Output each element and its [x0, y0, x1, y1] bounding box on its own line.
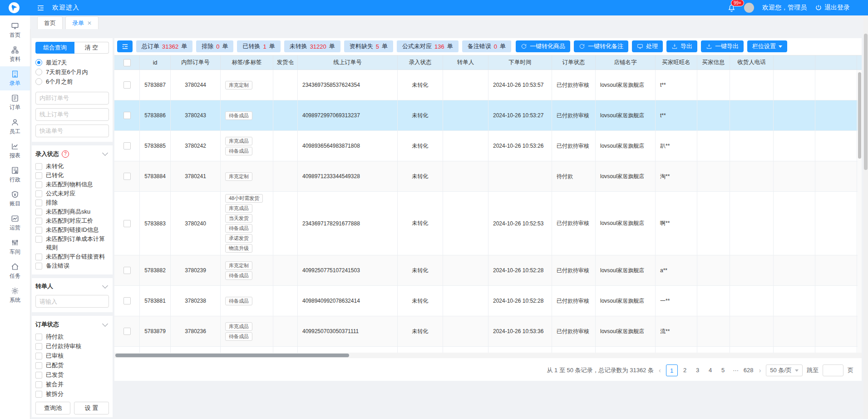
- checkbox-icon[interactable]: [35, 181, 42, 188]
- row-checkbox[interactable]: [123, 142, 131, 150]
- filter-toggle-button[interactable]: [117, 40, 133, 52]
- sidebar-item-报表[interactable]: 报表: [0, 139, 30, 163]
- checkbox-icon[interactable]: [35, 172, 42, 179]
- filter-input-内部订单号[interactable]: [35, 92, 109, 105]
- sidebar-item-车间[interactable]: 车间: [0, 235, 30, 259]
- logout-button[interactable]: 退出登录: [815, 4, 850, 12]
- page-number-628[interactable]: 628: [743, 364, 754, 375]
- entry-status-未匹配到订单成本计算规则[interactable]: 未匹配到订单成本计算规则: [35, 234, 109, 252]
- tab-首页[interactable]: 首页: [37, 16, 63, 29]
- row-checkbox[interactable]: [123, 173, 131, 180]
- chevron-down-icon[interactable]: [102, 283, 108, 289]
- scrollbar-thumb[interactable]: [864, 34, 868, 170]
- entry-status-未转化[interactable]: 未转化: [35, 162, 109, 170]
- table-row[interactable]: 57838843780241库克定制4098971233344549328未转化…: [114, 161, 862, 192]
- order-status-被合并[interactable]: 被合并: [35, 380, 109, 389]
- checkbox-icon[interactable]: [35, 372, 42, 379]
- order-status-已审核[interactable]: 已审核: [35, 351, 109, 360]
- checkbox-icon[interactable]: [35, 218, 42, 224]
- next-page-icon[interactable]: ›: [758, 367, 762, 374]
- action-button-一键转化备注[interactable]: 一键转化备注: [574, 40, 628, 52]
- entry-status-未匹配到链接ID信息[interactable]: 未匹配到链接ID信息: [35, 225, 109, 234]
- checkbox-icon[interactable]: [35, 353, 42, 359]
- filter-input-快递单号[interactable]: [35, 125, 109, 137]
- entry-status-未匹配到物料信息[interactable]: 未匹配到物料信息: [35, 180, 109, 189]
- table-vertical-scrollbar[interactable]: [858, 70, 862, 353]
- sidebar-item-运营[interactable]: 运营: [0, 211, 30, 235]
- filter-footer-button-设置[interactable]: 设 置: [74, 402, 109, 414]
- menu-collapse-icon[interactable]: [36, 4, 45, 12]
- page-number-1[interactable]: 1: [666, 364, 678, 376]
- close-icon[interactable]: ✕: [87, 20, 92, 26]
- checkbox-icon[interactable]: [35, 227, 42, 234]
- radio-icon[interactable]: [35, 69, 42, 75]
- chevron-down-icon[interactable]: [102, 150, 108, 156]
- date-option-6个月之前[interactable]: 6个月之前: [35, 77, 109, 86]
- entry-status-排除[interactable]: 排除: [35, 198, 109, 207]
- table-row[interactable]: 57838793780236库克成品待备成品409925070305037111…: [114, 316, 862, 347]
- action-button-栏位设置[interactable]: 栏位设置: [747, 40, 787, 52]
- scrollbar-thumb[interactable]: [115, 354, 349, 357]
- row-checkbox[interactable]: [123, 267, 131, 274]
- sidebar-item-录单[interactable]: 录单: [0, 66, 30, 90]
- row-checkbox[interactable]: [123, 220, 131, 227]
- action-button-一键导出[interactable]: 一键导出: [701, 40, 744, 52]
- sidebar-item-首页[interactable]: 首页: [0, 18, 30, 42]
- page-number-3[interactable]: 3: [692, 364, 703, 375]
- radio-icon[interactable]: [35, 59, 42, 66]
- action-button-导出[interactable]: 导出: [666, 40, 697, 52]
- entry-status-未匹配到平台链接资料[interactable]: 未匹配到平台链接资料: [35, 252, 109, 261]
- order-status-已配货[interactable]: 已配货: [35, 361, 109, 369]
- combo-query-button[interactable]: 组合查询: [35, 42, 74, 54]
- table-row[interactable]: 5783883378024048小时需发货库克成品当天发货待备成品承诺发货物流升…: [114, 192, 862, 255]
- date-option-7天前至6个月内[interactable]: 7天前至6个月内: [35, 68, 109, 77]
- checkbox-icon[interactable]: [35, 381, 42, 388]
- page-number-2[interactable]: 2: [680, 364, 690, 375]
- sidebar-item-账目[interactable]: 账目: [0, 187, 30, 211]
- filter-footer-button-查询池[interactable]: 查询池: [35, 402, 70, 414]
- select-all-checkbox[interactable]: [123, 59, 131, 66]
- checkbox-icon[interactable]: [35, 343, 42, 350]
- sidebar-item-任务[interactable]: 任务: [0, 259, 30, 283]
- user-avatar[interactable]: [744, 3, 754, 13]
- notification-bell-icon[interactable]: 99+: [727, 4, 736, 12]
- checkbox-icon[interactable]: [35, 163, 42, 170]
- sidebar-item-系统[interactable]: 系统: [0, 283, 30, 307]
- checkbox-icon[interactable]: [35, 236, 42, 243]
- row-checkbox[interactable]: [123, 328, 131, 335]
- order-status-被拆分[interactable]: 被拆分: [35, 389, 109, 398]
- table-row[interactable]: 57838863780243待备成品4098972997069313237未转化…: [114, 100, 862, 131]
- entry-status-已转化[interactable]: 已转化: [35, 171, 109, 180]
- tab-录单[interactable]: 录单✕: [65, 16, 99, 29]
- entry-status-未匹配到对应工价[interactable]: 未匹配到对应工价: [35, 216, 109, 225]
- scrollbar-thumb[interactable]: [858, 72, 861, 159]
- window-scrollbar[interactable]: [863, 15, 868, 419]
- checkbox-icon[interactable]: [35, 263, 42, 269]
- table-row[interactable]: 57838873780244库克定制2343697358537624354未转化…: [114, 70, 862, 100]
- sidebar-item-订单[interactable]: 订单: [0, 90, 30, 115]
- order-status-待付款[interactable]: 待付款: [35, 332, 109, 341]
- checkbox-icon[interactable]: [35, 334, 42, 340]
- entry-status-未匹配到商品sku[interactable]: 未匹配到商品sku: [35, 207, 109, 216]
- checkbox-icon[interactable]: [35, 391, 42, 398]
- page-number-4[interactable]: 4: [705, 364, 716, 375]
- jump-page-input[interactable]: [823, 364, 843, 376]
- radio-icon[interactable]: [35, 78, 42, 85]
- table-row[interactable]: 57838783780235库克定制4099250701355731148未转化…: [114, 347, 862, 353]
- table-row[interactable]: 57838853780242库克成品待备成品409893656498387180…: [114, 131, 862, 161]
- checkbox-icon[interactable]: [35, 362, 42, 369]
- filter-input-线上订单号[interactable]: [35, 108, 109, 121]
- checkbox-icon[interactable]: [35, 209, 42, 215]
- date-option-最近7天[interactable]: 最近7天: [35, 58, 109, 67]
- row-checkbox[interactable]: [123, 297, 131, 304]
- clear-button[interactable]: 清 空: [74, 42, 109, 54]
- action-button-一键转化商品[interactable]: 一键转化商品: [516, 40, 570, 52]
- order-status-已发货[interactable]: 已发货: [35, 370, 109, 379]
- row-checkbox[interactable]: [123, 112, 131, 119]
- checkbox-icon[interactable]: [35, 254, 42, 260]
- page-number-5[interactable]: 5: [718, 364, 729, 375]
- chevron-down-icon[interactable]: [102, 321, 108, 327]
- page-size-select[interactable]: 50 条/页: [766, 364, 803, 376]
- sidebar-item-员工[interactable]: 员工: [0, 115, 30, 139]
- prev-page-icon[interactable]: ‹: [658, 367, 662, 374]
